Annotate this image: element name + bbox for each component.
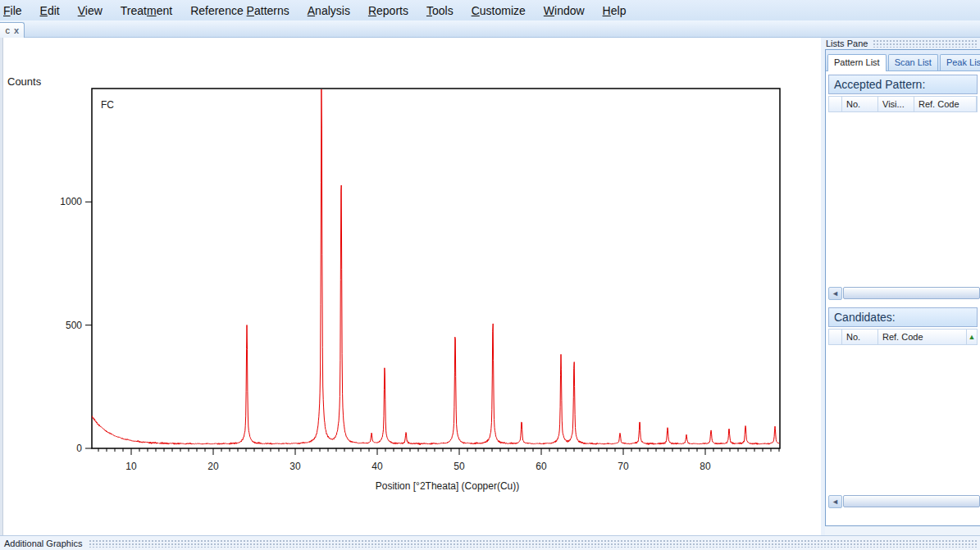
row-selector-column-header bbox=[829, 330, 842, 344]
scrollbar-thumb[interactable] bbox=[843, 495, 980, 507]
y-tick-label: 500 bbox=[66, 320, 82, 331]
column-header-visi[interactable]: Visi... bbox=[878, 97, 914, 111]
candidates-list[interactable] bbox=[828, 345, 978, 493]
lists-pane-panel: Pattern ListScan ListPeak ListAn Accepte… bbox=[825, 49, 980, 526]
x-axis-title: Position [°2Theata] (Copper(Cu)) bbox=[376, 480, 520, 492]
candidates-column-headers: No.Ref. Code▲ bbox=[828, 329, 978, 345]
chart-region: CountsFC050010001020304050607080Position… bbox=[3, 38, 821, 535]
x-tick-label: 30 bbox=[289, 461, 301, 472]
y-tick-label: 0 bbox=[76, 443, 82, 454]
accepted-pattern-header: Accepted Pattern: bbox=[828, 75, 978, 94]
x-tick-label: 40 bbox=[371, 461, 383, 472]
y-axis-title: Counts bbox=[7, 75, 42, 88]
column-header-no[interactable]: No. bbox=[842, 330, 878, 344]
tab-peak-list[interactable]: Peak List bbox=[940, 54, 980, 70]
column-header-refcode[interactable]: Ref. Code bbox=[914, 97, 977, 111]
panel-bottom-gap bbox=[825, 526, 980, 535]
document-tab-label: c bbox=[5, 25, 10, 35]
scroll-left-arrow-icon[interactable]: ◄ bbox=[828, 287, 842, 300]
y-tick-label: 1000 bbox=[60, 196, 82, 207]
tab-pattern-list[interactable]: Pattern List bbox=[827, 54, 887, 71]
accepted-pattern-hscrollbar: ◄ bbox=[828, 286, 980, 300]
diffractogram-trace bbox=[92, 89, 780, 445]
candidates-header: Candidates: bbox=[828, 307, 978, 327]
menu-help[interactable]: Help bbox=[594, 2, 636, 20]
menu-bar: FileEditViewTreatmentReference PatternsA… bbox=[0, 0, 980, 20]
status-bar-text: Additional Graphics bbox=[0, 539, 89, 548]
x-tick-label: 50 bbox=[454, 461, 465, 472]
status-bar: Additional Graphics bbox=[0, 535, 980, 550]
document-tab[interactable]: c x bbox=[0, 22, 25, 38]
accepted-pattern-header-label: Accepted Pattern: bbox=[834, 78, 925, 91]
menu-treatment[interactable]: Treatment bbox=[112, 2, 181, 20]
accepted-pattern-list[interactable] bbox=[828, 112, 978, 285]
menu-view[interactable]: View bbox=[69, 2, 112, 20]
candidates-hscrollbar: ◄ bbox=[828, 494, 980, 508]
menu-customize[interactable]: Customize bbox=[463, 2, 535, 20]
x-tick-label: 60 bbox=[536, 461, 547, 472]
scrollbar-thumb[interactable] bbox=[843, 287, 980, 299]
x-tick-label: 20 bbox=[207, 461, 219, 472]
menu-tools[interactable]: Tools bbox=[417, 2, 463, 20]
candidates-header-label: Candidates: bbox=[834, 311, 896, 324]
xrd-chart-canvas[interactable]: CountsFC050010001020304050607080Position… bbox=[3, 38, 821, 516]
lists-pane-titlebar[interactable]: Lists Pane bbox=[826, 37, 980, 49]
sort-indicator-icon[interactable]: ▲ bbox=[967, 330, 977, 344]
column-header-no[interactable]: No. bbox=[842, 97, 878, 111]
plot-border bbox=[92, 89, 780, 448]
status-bar-grip bbox=[89, 539, 977, 548]
lists-pane-title: Lists Pane bbox=[826, 39, 873, 48]
menu-window[interactable]: Window bbox=[535, 2, 594, 20]
lists-pane-tabs: Pattern ListScan ListPeak ListAn bbox=[826, 50, 980, 71]
scroll-left-arrow-icon[interactable]: ◄ bbox=[828, 495, 842, 508]
lists-pane-grip bbox=[873, 39, 977, 48]
x-tick-label: 70 bbox=[618, 461, 629, 472]
menu-file[interactable]: File bbox=[0, 2, 31, 20]
series-label: FC bbox=[101, 99, 114, 111]
tab-scan-list[interactable]: Scan List bbox=[888, 54, 938, 70]
x-tick-label: 10 bbox=[125, 461, 137, 472]
menu-reports[interactable]: Reports bbox=[359, 2, 417, 20]
document-tab-strip: c x bbox=[0, 20, 980, 38]
menu-edit[interactable]: Edit bbox=[31, 2, 69, 20]
menu-reference-patterns[interactable]: Reference Patterns bbox=[181, 2, 299, 20]
row-selector-column-header bbox=[829, 97, 842, 111]
column-header-refcode[interactable]: Ref. Code bbox=[878, 330, 967, 344]
close-icon[interactable]: x bbox=[14, 25, 19, 35]
accepted-pattern-column-headers: No.Visi...Ref. Code bbox=[828, 96, 978, 112]
application-window: FileEditViewTreatmentReference PatternsA… bbox=[0, 0, 980, 550]
x-tick-label: 80 bbox=[700, 461, 711, 472]
menu-analysis[interactable]: Analysis bbox=[299, 2, 359, 20]
